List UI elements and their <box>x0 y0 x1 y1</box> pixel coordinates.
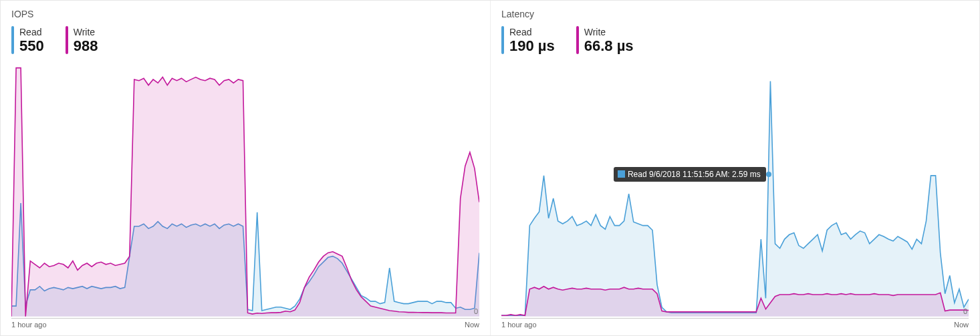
y-axis-zero-label: 0 <box>474 307 478 315</box>
tooltip-text: Read 9/6/2018 11:51:56 AM: 2.59 ms <box>628 170 761 179</box>
x-axis-left-label: 1 hour ago <box>501 321 537 329</box>
x-axis-right-label: Now <box>954 321 969 329</box>
latency-tooltip: Read 9/6/2018 11:51:56 AM: 2.59 ms <box>614 167 766 182</box>
iops-chart-svg <box>11 62 479 317</box>
tooltip-marker-dot <box>766 172 771 177</box>
latency-read-area <box>501 81 969 317</box>
iops-title: IOPS <box>11 9 479 19</box>
perf-dashboard: IOPSRead550Write98801 hour agoNowLatency… <box>0 0 980 336</box>
read-color-bar <box>11 26 14 54</box>
latency-title: Latency <box>501 9 969 19</box>
legend-label: Write <box>584 26 634 38</box>
legend-value: 988 <box>74 38 98 54</box>
legend-value: 550 <box>19 38 44 54</box>
iops-legend-write[interactable]: Write988 <box>66 26 98 54</box>
read-color-bar <box>501 26 504 54</box>
iops-x-axis: 1 hour agoNow <box>11 318 479 329</box>
iops-legend-read[interactable]: Read550 <box>11 26 44 54</box>
panel-latency: LatencyRead190 µsWrite66.8 µs0Read 9/6/2… <box>490 1 979 335</box>
latency-chart-svg <box>501 62 969 317</box>
iops-legend: Read550Write988 <box>11 26 479 54</box>
panel-iops: IOPSRead550Write98801 hour agoNow <box>1 1 490 335</box>
latency-legend: Read190 µsWrite66.8 µs <box>501 26 969 54</box>
write-color-bar <box>576 26 579 54</box>
y-axis-zero-label: 0 <box>963 307 967 315</box>
write-color-bar <box>66 26 68 54</box>
latency-legend-write[interactable]: Write66.8 µs <box>576 26 634 54</box>
legend-value: 66.8 µs <box>584 38 634 54</box>
legend-value: 190 µs <box>509 38 555 54</box>
x-axis-right-label: Now <box>465 321 479 329</box>
x-axis-left-label: 1 hour ago <box>11 321 47 329</box>
latency-chart[interactable]: 0Read 9/6/2018 11:51:56 AM: 2.59 ms <box>501 62 969 317</box>
latency-x-axis: 1 hour agoNow <box>501 318 969 329</box>
tooltip-swatch <box>618 170 625 178</box>
legend-label: Read <box>509 26 555 38</box>
legend-label: Write <box>74 26 98 38</box>
iops-chart[interactable]: 0 <box>11 62 479 317</box>
latency-legend-read[interactable]: Read190 µs <box>501 26 555 54</box>
legend-label: Read <box>19 26 44 38</box>
